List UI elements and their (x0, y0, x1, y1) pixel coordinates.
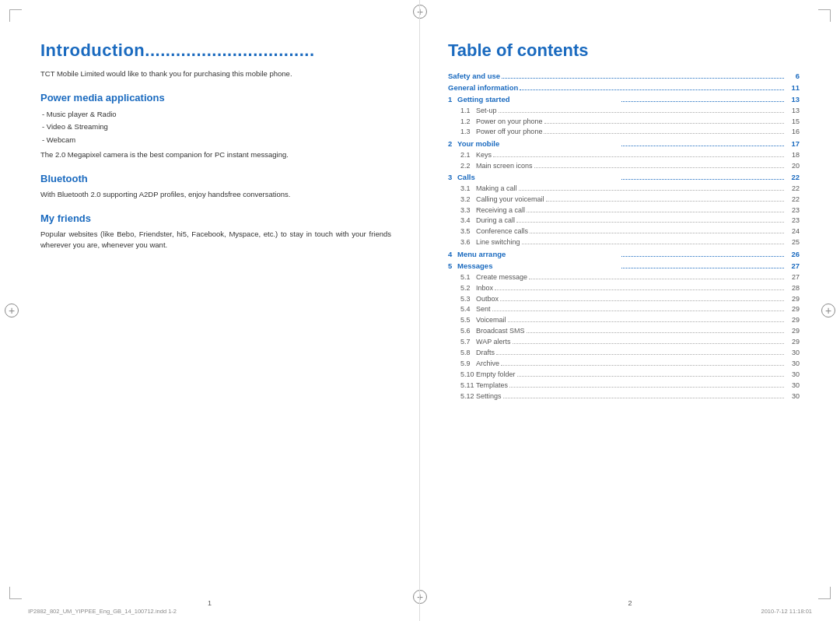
toc-sub-num: 5.3 (460, 294, 476, 305)
bullet-music: - Music player & Radio (42, 108, 391, 121)
toc-sub-2.2: 2.2Main screen icons20 (448, 161, 800, 172)
toc-sub-3.4: 3.4During a call23 (448, 216, 800, 226)
toc-dots (493, 156, 784, 157)
toc-dots (517, 376, 784, 377)
toc-sub-num: 5.4 (460, 304, 476, 315)
section-bluetooth: Bluetooth With Bluetooth 2.0 supporting … (40, 173, 391, 200)
toc-label: Safety and use (448, 70, 500, 82)
toc-main-num: 3 (448, 171, 457, 183)
toc-dots (509, 387, 784, 388)
toc-sub-1.1: 1.1Set-up13 (448, 106, 800, 117)
toc-sub-5.7: 5.7WAP alerts29 (448, 337, 800, 348)
toc-dots (495, 289, 784, 290)
toc-main-num: 5 (448, 260, 457, 272)
toc-main-page: 22 (786, 171, 800, 183)
toc-dots (527, 212, 784, 212)
toc-main-3: 3Calls22 (448, 171, 800, 183)
toc-sub-label: Drafts (476, 348, 495, 359)
toc-dots (621, 179, 784, 180)
right-page-number: 2 (628, 599, 632, 607)
toc-sub-num: 5.10 (460, 370, 476, 381)
toc-sub-page: 30 (786, 370, 800, 381)
toc-sub-label: Empty folder (476, 370, 516, 381)
heading-my-friends: My friends (40, 212, 391, 224)
toc-page: 11 (786, 82, 800, 93)
toc-sub-num: 1.2 (460, 117, 476, 128)
toc-sub-5.11: 5.11Templates30 (448, 381, 800, 391)
toc-sub-2.1: 2.1Keys18 (448, 150, 800, 161)
toc-dots (621, 268, 784, 268)
toc-sub-page: 27 (786, 272, 800, 283)
left-page: Introduction............................… (0, 0, 420, 621)
toc-sub-page: 29 (786, 326, 800, 337)
toc-sub-label: Receiving a call (476, 205, 525, 216)
bullet-video: - Video & Streaming (42, 121, 391, 133)
intro-body: TCT Mobile Limited would like to thank y… (40, 68, 391, 79)
toc-sub-label: Line switching (476, 237, 520, 248)
toc-sub-page: 13 (786, 106, 800, 117)
toc-dots (508, 321, 784, 322)
toc-sub-3.5: 3.5Conference calls24 (448, 226, 800, 237)
toc-sub-page: 25 (786, 237, 800, 248)
toc-sub-page: 16 (786, 127, 800, 138)
toc-sub-5.4: 5.4Sent29 (448, 304, 800, 315)
toc-main-label: Your mobile (457, 138, 620, 149)
toc-sub-page: 29 (786, 315, 800, 326)
toc-sub-label: Calling your voicemail (476, 195, 544, 205)
toc-dots (519, 190, 784, 191)
toc-sub-num: 2.1 (460, 150, 476, 161)
toc-dots (499, 112, 784, 113)
toc-sub-num: 1.3 (460, 127, 476, 138)
toc-sub-page: 22 (786, 184, 800, 195)
toc-dots (513, 343, 784, 344)
bullet-webcam: - Webcam (42, 134, 391, 146)
toc-sub-5.10: 5.10Empty folder30 (448, 370, 800, 381)
toc-sub-page: 30 (786, 348, 800, 359)
section-power-media: Power media applications - Music player … (40, 92, 391, 160)
toc-sub-5.9: 5.9Archive30 (448, 359, 800, 370)
body-bluetooth: With Bluetooth 2.0 supporting A2DP profi… (40, 189, 391, 200)
toc-page: 6 (786, 70, 800, 82)
toc-special-general-information: General information11 (448, 82, 800, 93)
toc-dots (534, 167, 784, 168)
toc-sub-num: 5.5 (460, 315, 476, 326)
toc-sub-num: 1.1 (460, 106, 476, 117)
toc-dots (621, 256, 784, 257)
toc-sub-label: Archive (476, 359, 499, 370)
toc-sub-label: Keys (476, 150, 492, 161)
page-container: Introduction............................… (0, 0, 840, 621)
toc-dots (522, 244, 784, 244)
toc-main-4: 4Menu arrange26 (448, 248, 800, 260)
toc-dots (621, 101, 784, 102)
toc-sub-page: 22 (786, 195, 800, 205)
toc-sub-num: 5.7 (460, 337, 476, 348)
toc-sub-num: 3.6 (460, 237, 476, 248)
toc-sub-label: Power on your phone (476, 117, 543, 128)
toc-special-safety-and-use: Safety and use6 (448, 70, 800, 82)
body-power-media: The 2.0 Megapixel camera is the best com… (40, 149, 391, 160)
toc-dots (546, 201, 784, 202)
toc-dots (544, 133, 784, 134)
toc-main-label: Getting started (457, 93, 620, 105)
toc-sub-5.3: 5.3Outbox29 (448, 294, 800, 305)
toc-sub-3.1: 3.1Making a call22 (448, 184, 800, 195)
toc-sub-page: 30 (786, 381, 800, 391)
toc-sub-label: Broadcast SMS (476, 326, 525, 337)
toc-label: General information (448, 82, 518, 93)
toc-dots (544, 123, 784, 124)
toc-container: Safety and use6General information111Get… (448, 70, 800, 402)
toc-main-label: Calls (457, 171, 620, 183)
toc-sub-label: Main screen icons (476, 161, 533, 172)
toc-dots (503, 398, 784, 398)
toc-sub-5.6: 5.6Broadcast SMS29 (448, 326, 800, 337)
toc-sub-label: Making a call (476, 184, 517, 195)
toc-sub-num: 5.9 (460, 359, 476, 370)
toc-dots (529, 279, 784, 279)
toc-sub-label: During a call (476, 216, 515, 226)
toc-sub-label: Templates (476, 381, 508, 391)
toc-sub-num: 5.1 (460, 272, 476, 283)
toc-dots (527, 332, 784, 333)
toc-sub-page: 24 (786, 226, 800, 237)
toc-sub-1.3: 1.3Power off your phone16 (448, 127, 800, 138)
toc-sub-num: 3.4 (460, 216, 476, 226)
